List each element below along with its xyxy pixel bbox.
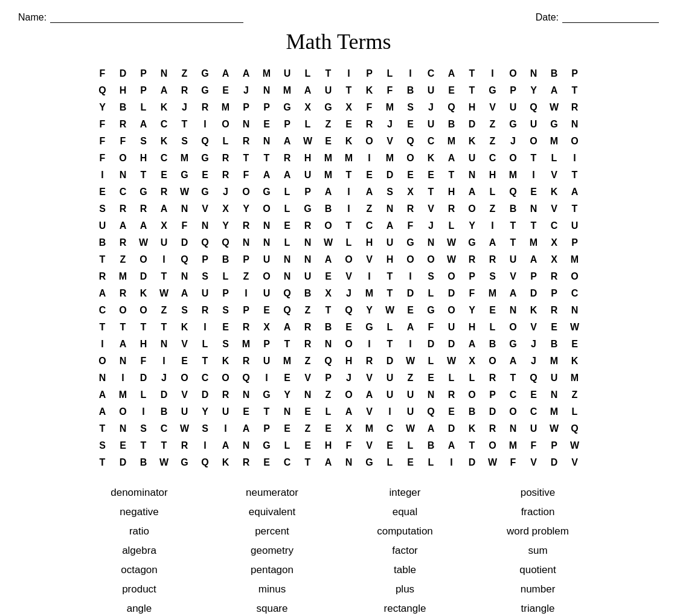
word-item-4-0: octagon xyxy=(73,563,206,577)
grid-cell-16-21: J xyxy=(524,336,544,353)
grid-cell-13-7: I xyxy=(236,285,257,302)
grid-cell-3-11: Z xyxy=(318,116,339,133)
grid-cell-6-3: E xyxy=(154,167,175,184)
grid-cell-12-21: P xyxy=(524,268,544,285)
grid-cell-5-23: I xyxy=(565,150,585,167)
grid-cell-8-17: R xyxy=(441,201,462,217)
grid-cell-4-8: N xyxy=(257,133,277,150)
grid-cell-10-18: G xyxy=(462,234,483,251)
grid-cell-1-5: G xyxy=(195,82,216,99)
grid-cell-0-18: T xyxy=(462,65,483,82)
grid-cell-16-19: B xyxy=(483,336,503,353)
grid-row-2: YBLKJRMPPGXGXFMSJQHVUQWR xyxy=(92,99,585,116)
grid-cell-0-9: U xyxy=(277,65,298,82)
grid-cell-15-21: V xyxy=(524,319,544,336)
grid-cell-1-13: K xyxy=(359,82,380,99)
grid-cell-22-3: T xyxy=(154,437,175,454)
grid-cell-3-22: G xyxy=(544,116,565,133)
grid-cell-18-11: P xyxy=(318,370,339,387)
grid-cell-21-21: U xyxy=(524,420,544,437)
word-item-3-3: sum xyxy=(472,544,605,558)
grid-cell-5-9: R xyxy=(277,150,298,167)
grid-cell-11-5: P xyxy=(195,251,216,268)
grid-cell-0-12: I xyxy=(339,65,359,82)
grid-cell-13-16: L xyxy=(421,285,441,302)
grid-cell-15-7: R xyxy=(236,319,257,336)
grid-cell-13-1: R xyxy=(113,285,133,302)
grid-cell-8-16: V xyxy=(421,201,441,217)
grid-cell-23-12: N xyxy=(339,454,359,471)
grid-cell-19-20: C xyxy=(503,387,524,403)
word-item-3-2: factor xyxy=(339,544,472,558)
grid-cell-7-20: Q xyxy=(503,184,524,201)
grid-cell-4-22: M xyxy=(544,133,565,150)
grid-row-15: TTTTKIERXARBEGLAFUHLOVEW xyxy=(92,319,585,336)
grid-cell-22-19: O xyxy=(483,437,503,454)
grid-cell-18-20: T xyxy=(503,370,524,387)
grid-cell-22-5: I xyxy=(195,437,216,454)
grid-cell-7-10: P xyxy=(298,184,318,201)
grid-cell-19-8: G xyxy=(257,387,277,403)
grid-cell-3-1: R xyxy=(113,116,133,133)
grid-cell-5-11: M xyxy=(318,150,339,167)
grid-cell-11-6: B xyxy=(216,251,236,268)
grid-cell-14-1: O xyxy=(113,302,133,319)
grid-cell-1-4: R xyxy=(175,82,195,99)
grid-cell-12-10: U xyxy=(298,268,318,285)
grid-cell-11-20: U xyxy=(503,251,524,268)
grid-cell-12-0: R xyxy=(92,268,113,285)
grid-cell-23-19: W xyxy=(483,454,503,471)
grid-cell-2-4: J xyxy=(175,99,195,116)
grid-cell-5-15: O xyxy=(400,150,421,167)
grid-cell-14-0: C xyxy=(92,302,113,319)
grid-cell-4-12: K xyxy=(339,133,359,150)
grid-cell-1-10: A xyxy=(298,82,318,99)
grid-cell-5-19: C xyxy=(483,150,503,167)
grid-cell-13-2: K xyxy=(133,285,154,302)
grid-cell-16-14: T xyxy=(380,336,400,353)
grid-cell-9-3: X xyxy=(154,217,175,234)
grid-row-20: AOIBUYUETNELAVIUQEBDOCML xyxy=(92,403,585,420)
word-item-5-1: minus xyxy=(206,582,339,597)
grid-cell-19-12: O xyxy=(339,387,359,403)
grid-cell-19-22: N xyxy=(544,387,565,403)
grid-cell-9-1: A xyxy=(113,217,133,234)
grid-cell-23-16: L xyxy=(421,454,441,471)
grid-cell-21-14: C xyxy=(380,420,400,437)
grid-cell-10-20: T xyxy=(503,234,524,251)
grid-cell-2-3: K xyxy=(154,99,175,116)
grid-cell-13-18: F xyxy=(462,285,483,302)
grid-cell-1-19: G xyxy=(483,82,503,99)
grid-cell-6-23: T xyxy=(565,167,585,184)
grid-cell-21-17: D xyxy=(441,420,462,437)
grid-cell-15-22: E xyxy=(544,319,565,336)
grid-cell-1-1: H xyxy=(113,82,133,99)
grid-cell-23-9: C xyxy=(277,454,298,471)
grid-cell-16-17: D xyxy=(441,336,462,353)
grid-cell-12-5: S xyxy=(195,268,216,285)
grid-cell-11-7: P xyxy=(236,251,257,268)
grid-cell-21-8: P xyxy=(257,420,277,437)
grid-cell-13-11: X xyxy=(318,285,339,302)
grid-cell-13-20: A xyxy=(503,285,524,302)
grid-cell-7-6: J xyxy=(216,184,236,201)
grid-cell-4-6: L xyxy=(216,133,236,150)
grid-cell-9-2: A xyxy=(133,217,154,234)
grid-cell-15-8: X xyxy=(257,319,277,336)
grid-cell-9-13: C xyxy=(359,217,380,234)
name-input-line[interactable] xyxy=(50,12,243,23)
grid-cell-19-19: P xyxy=(483,387,503,403)
grid-cell-1-7: J xyxy=(236,82,257,99)
grid-cell-2-16: J xyxy=(421,99,441,116)
grid-cell-20-4: U xyxy=(175,403,195,420)
grid-cell-7-16: T xyxy=(421,184,441,201)
grid-cell-21-13: M xyxy=(359,420,380,437)
word-item-3-1: geometry xyxy=(206,544,339,558)
grid-cell-14-6: S xyxy=(216,302,236,319)
grid-cell-2-12: X xyxy=(339,99,359,116)
date-input-line[interactable] xyxy=(562,12,659,23)
grid-cell-12-15: I xyxy=(400,268,421,285)
grid-cell-16-23: E xyxy=(565,336,585,353)
grid-cell-5-7: T xyxy=(236,150,257,167)
grid-cell-21-22: W xyxy=(544,420,565,437)
